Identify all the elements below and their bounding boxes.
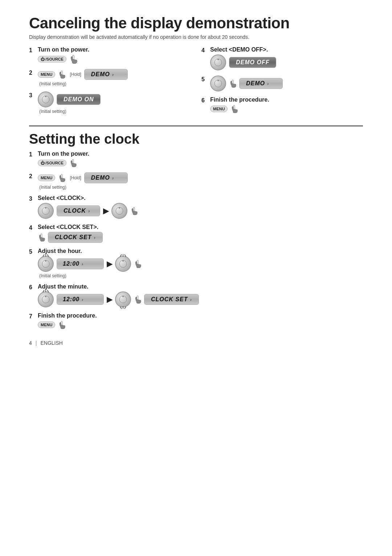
knob-c6b[interactable] <box>115 291 131 307</box>
step-1: 1 Turn on the power. ⏻ /SOURCE <box>29 46 191 64</box>
svg-line-27 <box>120 307 122 309</box>
step-4: 4 Select <DEMO OFF>. DEMO OFF <box>201 46 363 70</box>
knob-c6[interactable] <box>38 291 54 307</box>
clock-step-1-row: ⏻ /SOURCE <box>38 159 89 167</box>
step-2-content: MENU [Hold] DEMO › (Initial setting) <box>38 69 128 86</box>
svg-line-22 <box>43 290 44 292</box>
clock-step-5-content: Adjust the hour. 12:00 <box>38 248 141 278</box>
initial-setting-2: (Initial setting) <box>39 81 128 86</box>
clock-step-7: 7 Finish the procedure. MENU <box>29 312 363 329</box>
svg-line-24 <box>47 290 49 292</box>
display-text-c4: CLOCK SET <box>55 234 91 241</box>
knob-5[interactable] <box>210 75 226 91</box>
clock-step-3-content: Select <CLOCK>. CLOCK › ▶ <box>38 195 138 219</box>
page-number: 4 <box>29 340 32 346</box>
chevron-5: › <box>267 81 269 86</box>
clock-step-6-row: 12:00 › ▶ <box>38 291 199 307</box>
step-5-content: DEMO › <box>210 75 283 91</box>
step-2: 2 MENU [Hold] DEMO › <box>29 69 191 86</box>
clock-step-4-row: CLOCK SET › <box>38 232 103 243</box>
hand-cursor-c1 <box>69 159 77 167</box>
display-demo-2: DEMO › <box>84 69 128 80</box>
power-source-button[interactable]: ⏻ /SOURCE <box>38 56 66 62</box>
tick-marks-c5 <box>41 254 52 257</box>
step-1-row: ⏻ /SOURCE <box>38 54 89 64</box>
step-3-content: DEMO ON (Initial setting) <box>38 91 101 114</box>
clock-step-4-content: Select <CLOCK SET>. CLOCK SET › <box>38 224 103 243</box>
step-4-content: Select <DEMO OFF>. DEMO OFF <box>210 46 276 70</box>
display-demo-c2: DEMO › <box>84 172 128 183</box>
display-clockset-c4: CLOCK SET › <box>48 232 103 243</box>
clock-step-6-label: Adjust the minute. <box>38 283 199 290</box>
clock-step-num-7: 7 <box>29 313 36 320</box>
svg-point-1 <box>45 96 46 97</box>
chevron-2: › <box>112 72 114 77</box>
knob-lines-3 <box>41 95 50 104</box>
svg-point-9 <box>119 208 120 209</box>
clock-step-5-row: 12:00 › ▶ <box>38 256 141 272</box>
svg-point-26 <box>123 296 124 297</box>
chevron-c6: › <box>82 297 83 302</box>
arrow-c6: ▶ <box>107 295 112 304</box>
knob-4[interactable] <box>210 54 226 70</box>
svg-point-16 <box>123 261 124 262</box>
clock-step-2: 2 MENU [Hold] DEMO › (Initial setting) <box>29 172 363 190</box>
svg-point-11 <box>45 261 46 262</box>
clock-step-7-label: Finish the procedure. <box>38 312 97 319</box>
page-footer: 4 | ENGLISH <box>29 340 363 346</box>
display-clocksel-c6: CLOCK SET › <box>144 294 199 305</box>
clock-step-7-row: MENU <box>38 320 97 329</box>
initial-setting-c5: (Initial setting) <box>39 273 141 278</box>
section1-title: Canceling the display demonstration <box>29 15 363 32</box>
display-1200-c5: 12:00 › <box>57 258 104 269</box>
tick-marks-c6b <box>119 306 130 310</box>
hold-text-2: [Hold] <box>70 72 81 77</box>
knob-svg-c6 <box>41 295 50 304</box>
step-6: 6 Finish the procedure. MENU <box>201 97 363 113</box>
knob-svg-c3 <box>41 207 50 215</box>
chevron-c5: › <box>82 261 83 267</box>
svg-point-3 <box>218 59 219 60</box>
menu-button-c2[interactable]: MENU <box>38 175 55 181</box>
section1-right-steps: 4 Select <DEMO OFF>. DEMO OFF <box>201 46 363 119</box>
menu-button-2[interactable]: MENU <box>38 71 55 78</box>
hand-cursor-c7 <box>58 320 65 329</box>
initial-setting-3: (Initial setting) <box>39 109 101 114</box>
power-source-button-2[interactable]: ⏻ /SOURCE <box>38 160 66 166</box>
menu-label-c2: MENU <box>41 176 52 180</box>
knob-svg-c3b <box>115 207 124 215</box>
step-num-6: 6 <box>201 97 208 104</box>
tick-marks-c5b <box>119 254 130 257</box>
step-2-row: MENU [Hold] DEMO › <box>38 69 128 80</box>
hand-cursor-c5 <box>134 259 141 268</box>
svg-point-21 <box>45 296 46 297</box>
arrow-c3: ▶ <box>103 207 109 215</box>
clock-step-num-5: 5 <box>29 249 36 255</box>
menu-button-c7[interactable]: MENU <box>38 322 55 328</box>
knob-c5b[interactable] <box>115 256 131 272</box>
knob-c3[interactable] <box>38 203 54 219</box>
display-text-3: DEMO ON <box>64 96 94 103</box>
menu-label-2: MENU <box>41 72 52 77</box>
hold-text-c2: [Hold] <box>70 175 81 180</box>
chevron-c4: › <box>94 235 95 240</box>
clock-step-1-label: Turn on the power. <box>38 151 89 157</box>
clock-step-3: 3 Select <CLOCK>. CLOCK › ▶ <box>29 195 363 219</box>
display-text-5: DEMO <box>246 80 265 87</box>
section2-title: Setting the clock <box>29 131 363 147</box>
svg-point-7 <box>45 208 46 209</box>
power-icon-2: ⏻ <box>41 161 45 165</box>
chevron-c3: › <box>88 208 90 214</box>
section-divider <box>29 126 363 126</box>
knob-c5[interactable] <box>38 256 54 272</box>
menu-button-6[interactable]: MENU <box>210 106 228 112</box>
knob-3[interactable] <box>38 91 54 107</box>
power-icon: ⏻ <box>41 57 45 61</box>
clock-step-2-row: MENU [Hold] DEMO › <box>38 172 128 183</box>
arrow-c5: ▶ <box>107 259 112 268</box>
step-3: 3 DEMO ON (Initial setting) <box>29 91 191 114</box>
knob-c3b[interactable] <box>111 203 127 219</box>
svg-line-29 <box>124 307 126 309</box>
clock-step-num-1: 1 <box>29 151 36 158</box>
section1-steps: 1 Turn on the power. ⏻ /SOURCE <box>29 46 363 119</box>
